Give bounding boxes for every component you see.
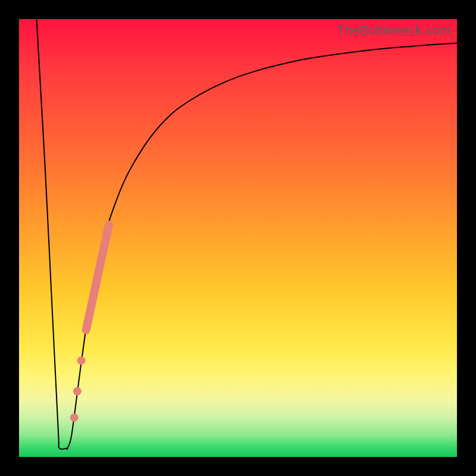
marker-dot xyxy=(73,387,82,396)
marker-segment xyxy=(86,225,109,330)
curve-overlay xyxy=(19,19,457,457)
marker-dot xyxy=(70,414,79,422)
bottleneck-curve xyxy=(36,19,457,449)
chart-frame: TheBottleneck.com xyxy=(0,0,476,476)
marker-dot xyxy=(77,356,86,365)
plot-area: TheBottleneck.com xyxy=(19,19,457,457)
